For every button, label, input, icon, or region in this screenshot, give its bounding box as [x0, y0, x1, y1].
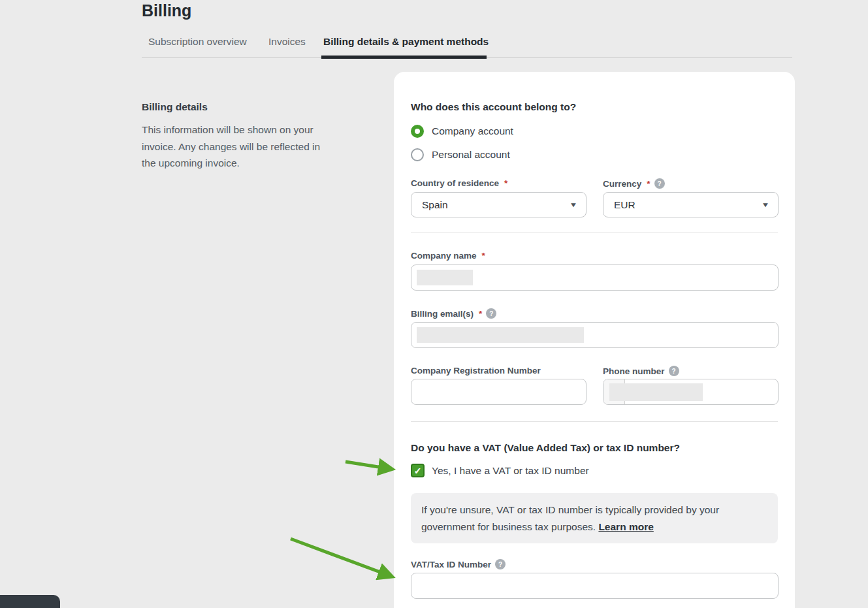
learn-more-link[interactable]: Learn more [598, 521, 653, 532]
vat-info-text: If you're unsure, VAT or tax ID number i… [421, 504, 719, 532]
radio-unselected-icon[interactable] [411, 148, 424, 161]
corner-dark-panel [0, 595, 60, 608]
radio-company-account[interactable]: Company account [411, 125, 513, 138]
phone-number-input[interactable] [603, 379, 779, 405]
help-icon[interactable]: ? [669, 366, 679, 376]
tab-billing-details[interactable]: Billing details & payment methods [323, 36, 489, 48]
vat-number-label: VAT/Tax ID Number ? [411, 559, 506, 569]
vat-checkbox-label: Yes, I have a VAT or tax ID number [432, 465, 589, 477]
tab-subscription-overview[interactable]: Subscription overview [148, 36, 247, 48]
billing-details-card: Who does this account belong to? Company… [394, 72, 795, 608]
currency-label: Currency* ? [603, 178, 665, 189]
radio-label: Company account [432, 125, 513, 137]
required-asterisk: * [482, 251, 485, 261]
country-select[interactable]: Spain ▼ [411, 192, 587, 217]
vat-checkbox-row[interactable]: ✓ Yes, I have a VAT or tax ID number [411, 464, 589, 477]
company-name-label: Company name* [411, 251, 485, 261]
redacted-value [417, 270, 473, 285]
currency-select-value: EUR [614, 199, 635, 211]
tab-invoices[interactable]: Invoices [268, 36, 306, 48]
arrow-to-vat-checkbox [346, 462, 391, 469]
country-label: Country of residence* [411, 178, 507, 188]
divider [411, 421, 778, 422]
checkbox-checked-icon[interactable]: ✓ [411, 464, 425, 477]
country-select-value: Spain [422, 199, 448, 211]
required-asterisk: * [647, 179, 650, 189]
redacted-value [609, 383, 703, 401]
vat-question: Do you have a VAT (Value Added Tax) or t… [411, 442, 680, 454]
billing-email-label: Billing email(s)* ? [411, 308, 496, 319]
billing-email-input[interactable] [411, 322, 779, 348]
company-name-input[interactable] [411, 264, 779, 291]
chevron-down-icon: ▼ [570, 201, 578, 208]
section-description: This information will be shown on your i… [142, 121, 336, 172]
required-asterisk: * [504, 178, 507, 188]
chevron-down-icon: ▼ [762, 201, 770, 208]
redacted-value [417, 327, 584, 343]
vat-number-input[interactable] [411, 573, 779, 599]
divider [411, 232, 778, 232]
company-registration-input[interactable] [411, 379, 587, 405]
active-tab-indicator [321, 56, 487, 59]
page-title: Billing [142, 1, 191, 20]
radio-personal-account[interactable]: Personal account [411, 148, 510, 161]
arrow-to-vat-input [291, 539, 391, 576]
vat-info-box: If you're unsure, VAT or tax ID number i… [411, 493, 778, 543]
radio-selected-icon[interactable] [411, 125, 424, 138]
currency-select[interactable]: EUR ▼ [603, 192, 779, 217]
phone-number-label: Phone number ? [603, 366, 679, 376]
section-heading: Billing details [142, 101, 208, 113]
account-ownership-question: Who does this account belong to? [411, 101, 576, 113]
radio-label: Personal account [432, 149, 510, 161]
company-registration-label: Company Registration Number [411, 366, 541, 376]
required-asterisk: * [479, 309, 482, 319]
help-icon[interactable]: ? [495, 559, 506, 569]
help-icon[interactable]: ? [486, 308, 496, 319]
help-icon[interactable]: ? [654, 178, 665, 189]
